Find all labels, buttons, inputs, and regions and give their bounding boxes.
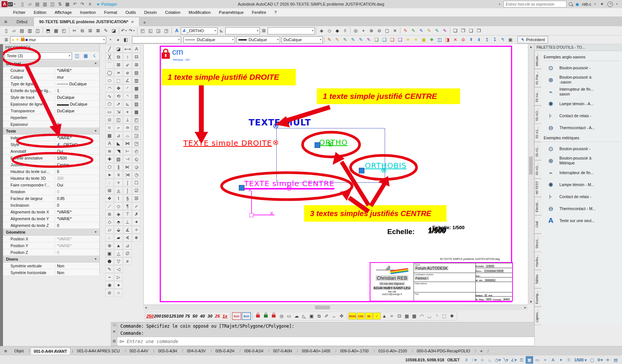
- property-row[interactable]: Annotatif Oui: [3, 148, 99, 155]
- draw-tool-icon[interactable]: ⊕: [105, 242, 114, 249]
- toolbar-icon[interactable]: ▣: [420, 36, 428, 43]
- modify-tool-icon[interactable]: ⌐: [114, 124, 123, 131]
- connect-icon[interactable]: ✦: [598, 1, 605, 7]
- property-row[interactable]: Style A _ORTHO: [3, 141, 99, 148]
- property-value[interactable]: ──── DuCalque: [55, 82, 99, 86]
- dimension-tool-icon[interactable]: ◜: [123, 84, 132, 92]
- palette-side-tab[interactable]: 55-AO...: [534, 106, 541, 124]
- draw-tool-icon[interactable]: ⊞: [105, 186, 114, 194]
- modify-tool-icon[interactable]: ⌇: [114, 194, 123, 202]
- toolbar-icon[interactable]: ⇟: [475, 36, 483, 43]
- palette-item[interactable]: ⊦ Contact de relais -: [541, 191, 622, 203]
- toolbar-icon[interactable]: ❐: [459, 27, 467, 34]
- tool-button[interactable]: Ech: [242, 312, 251, 320]
- property-value[interactable]: 1/500: [55, 156, 99, 160]
- modify-tool-icon[interactable]: ≡: [114, 171, 123, 179]
- modify-tool-icon[interactable]: ◈: [114, 210, 123, 218]
- property-value[interactable]: 6: [55, 169, 99, 174]
- toolbar-icon[interactable]: ▣: [507, 36, 514, 43]
- draw-tool-icon[interactable]: ⬡: [105, 163, 114, 171]
- menu-item[interactable]: Edition: [30, 9, 50, 15]
- annotation-tool-icon[interactable]: ◱: [132, 124, 141, 131]
- app-menu-button[interactable]: A LT ▾: [1, 1, 16, 7]
- dimension-tool-icon[interactable]: §: [123, 194, 132, 202]
- layer-combo[interactable]: ● ☀ ■ mur ▾: [10, 36, 106, 43]
- modify-tool-icon[interactable]: ▨: [114, 155, 123, 163]
- scale-button[interactable]: 125: [169, 313, 176, 319]
- close-icon[interactable]: ✕: [112, 330, 115, 334]
- palette-side-tab[interactable]: 55-A4...: [534, 87, 541, 106]
- modify-tool-icon[interactable]: ⬙: [114, 226, 123, 234]
- layout-tab[interactable]: 005-0-A2H: [213, 348, 238, 354]
- qat-icon[interactable]: ▦: [64, 1, 71, 7]
- property-row[interactable]: Hauteur du texte 3D 300: [3, 175, 99, 182]
- tool-button[interactable]: ⌗: [388, 313, 396, 319]
- palette-side-tab[interactable]: 55-A2...: [534, 142, 541, 160]
- property-value[interactable]: *VARIE*: [55, 68, 99, 73]
- modify-tool-icon[interactable]: ⊿: [114, 131, 123, 139]
- draw-tool-icon[interactable]: ⬭: [105, 76, 114, 84]
- toolbar-icon[interactable]: ▦: [52, 27, 60, 34]
- dimension-tool-icon[interactable]: ⋈: [123, 139, 132, 147]
- property-value[interactable]: Oui: [55, 183, 99, 187]
- toolbar-icon[interactable]: ✎: [417, 27, 425, 34]
- qat-icon[interactable]: ↷: [79, 1, 86, 7]
- status-toggle-icon[interactable]: #: [463, 356, 470, 364]
- unit-button[interactable]: m: [365, 313, 373, 319]
- toolbar-icon[interactable]: ▱: [10, 27, 18, 34]
- toolbar-icon[interactable]: ⌖: [360, 27, 367, 34]
- property-row[interactable]: Géométrie: [3, 229, 99, 236]
- scroll-right-icon[interactable]: ▸: [523, 305, 528, 310]
- toolbar-icon[interactable]: ⇞: [467, 36, 475, 43]
- toolbar-icon[interactable]: ✎: [325, 36, 333, 43]
- palette-side-tab[interactable]: 00 TEST: [534, 179, 541, 197]
- layout-tab[interactable]: 001-0-A4H AVANT: [30, 348, 70, 355]
- draw-tool-icon[interactable]: ⌗: [105, 124, 114, 131]
- property-value[interactable]: 300: [55, 176, 99, 181]
- palette-item[interactable]: ⊕ Bouton-poussoir à Métrique: [541, 155, 622, 167]
- tool-button[interactable]: ✐: [323, 313, 330, 319]
- draw-tool-icon[interactable]: ➤: [105, 171, 114, 179]
- file-tabs-menu-icon[interactable]: ≡: [0, 17, 11, 26]
- draw-tool-icon[interactable]: ╳: [105, 53, 114, 61]
- tool-button[interactable]: ▦: [403, 313, 411, 319]
- scale-button[interactable]: 100: [176, 313, 184, 319]
- toolbar-icon[interactable]: ❒: [475, 27, 483, 34]
- undo-button[interactable]: ↶▾: [120, 27, 128, 34]
- scale-button[interactable]: 150: [161, 313, 169, 319]
- dimension-tool-icon[interactable]: ∡: [123, 226, 132, 234]
- layout-tab[interactable]: 004-0-A3V: [184, 348, 208, 354]
- dimension-tool-icon[interactable]: ⌀: [123, 69, 132, 76]
- tool-button[interactable]: ↔: [330, 313, 338, 319]
- tab-document[interactable]: 90-TEXTE SIMPLE probleme JUSTIFICATION* …: [33, 17, 139, 26]
- dimension-tool-icon[interactable]: ⌠: [123, 179, 132, 186]
- modify-tool-icon[interactable]: ⇲: [114, 108, 123, 116]
- command-input[interactable]: [126, 339, 534, 345]
- search-input[interactable]: [505, 2, 565, 7]
- layout-tab[interactable]: 008-0-A0+-1400: [299, 348, 333, 354]
- cad-text-droite[interactable]: TEXTE simple DROITE: [183, 139, 272, 148]
- palette-item[interactable]: ⌁ Interrupteur de fin...: [541, 167, 622, 179]
- toolbar-icon[interactable]: ◆: [333, 27, 341, 34]
- layout-menu-icon[interactable]: ≡: [0, 348, 11, 354]
- lineweight-combo[interactable]: DuCalque ▾: [237, 36, 280, 43]
- menu-item[interactable]: Affichage: [51, 9, 75, 15]
- palette-side-tab[interactable]: Tables: [534, 270, 541, 288]
- qat-icon[interactable]: ◫: [49, 1, 56, 7]
- menu-item[interactable]: Modification: [185, 9, 214, 15]
- dimension-tool-icon[interactable]: ⊿: [123, 242, 132, 249]
- status-toggle-icon[interactable]: ∟: [486, 356, 494, 364]
- dimension-tool-icon[interactable]: ⊢: [123, 147, 132, 155]
- tool-button[interactable]: Ech: [232, 312, 241, 320]
- scale-button[interactable]: 75: [184, 313, 191, 319]
- make-layer-current-icon[interactable]: ◔: [106, 36, 114, 43]
- status-toggle-icon[interactable]: ▤: [612, 356, 619, 364]
- cad-text-mult[interactable]: TEXTE MULT: [249, 118, 311, 127]
- unit-button[interactable]: cm: [357, 313, 364, 319]
- toolbar-icon[interactable]: ✎: [441, 27, 449, 34]
- toolbar-icon[interactable]: ⊜: [459, 36, 467, 43]
- toolbar-icon[interactable]: ⊞: [86, 27, 94, 34]
- layout-tab[interactable]: 009-0-A0+-1700: [337, 348, 372, 354]
- modify-tool-icon[interactable]: ≍: [114, 69, 123, 76]
- draw-tool-icon[interactable]: ▱: [105, 226, 114, 234]
